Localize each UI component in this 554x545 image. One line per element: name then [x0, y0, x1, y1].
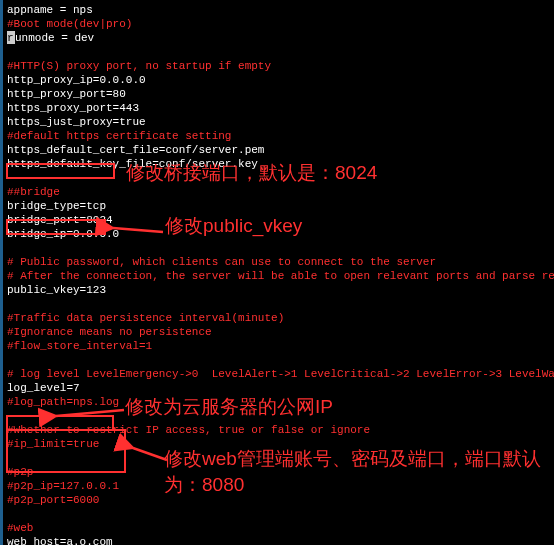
- config-line: https_default_key_file=conf/server.key: [7, 157, 550, 171]
- config-line: https_proxy_port=443: [7, 101, 550, 115]
- config-line: http_proxy_ip=0.0.0.0: [7, 73, 550, 87]
- comment-line: #ip_limit=true: [7, 437, 550, 451]
- comment-line: # log level LevelEmergency->0 LevelAlert…: [7, 367, 550, 381]
- comment-line: #web: [7, 521, 550, 535]
- blank-line: [7, 451, 550, 465]
- cursor: r: [7, 31, 15, 44]
- config-line: https_just_proxy=true: [7, 115, 550, 129]
- config-line: http_proxy_port=80: [7, 87, 550, 101]
- comment-line: #default https certificate setting: [7, 129, 550, 143]
- comment-line: # After the connection, the server will …: [7, 269, 550, 283]
- blank-line: [7, 241, 550, 255]
- blank-line: [7, 353, 550, 367]
- config-line: log_level=7: [7, 381, 550, 395]
- blank-line: [7, 171, 550, 185]
- blank-line: [7, 297, 550, 311]
- comment-line: #Traffic data persistence interval(minut…: [7, 311, 550, 325]
- config-line: bridge_port=8024: [7, 213, 550, 227]
- comment-line: #log_path=nps.log: [7, 395, 550, 409]
- comment-line: #Boot mode(dev|pro): [7, 17, 550, 31]
- blank-line: [7, 409, 550, 423]
- blank-line: [7, 507, 550, 521]
- comment-line: #p2p: [7, 465, 550, 479]
- comment-line: #Ignorance means no persistence: [7, 325, 550, 339]
- comment-line: #Whether to restrict IP access, true or …: [7, 423, 550, 437]
- config-line: bridge_ip=0.0.0.0: [7, 227, 550, 241]
- comment-line: # Public password, which clients can use…: [7, 255, 550, 269]
- config-line: public_vkey=123: [7, 283, 550, 297]
- comment-line: #flow_store_interval=1: [7, 339, 550, 353]
- comment-line: #p2p_port=6000: [7, 493, 550, 507]
- blank-line: [7, 45, 550, 59]
- config-line: https_default_cert_file=conf/server.pem: [7, 143, 550, 157]
- config-line: web_host=a.o.com: [7, 535, 550, 545]
- config-line: appname = nps: [7, 3, 550, 17]
- config-file-editor: appname = nps #Boot mode(dev|pro) runmod…: [3, 0, 554, 545]
- comment-line: #HTTP(S) proxy port, no startup if empty: [7, 59, 550, 73]
- comment-line: #p2p_ip=127.0.0.1: [7, 479, 550, 493]
- config-line: runmode = dev: [7, 31, 550, 45]
- config-line: bridge_type=tcp: [7, 199, 550, 213]
- comment-line: ##bridge: [7, 185, 550, 199]
